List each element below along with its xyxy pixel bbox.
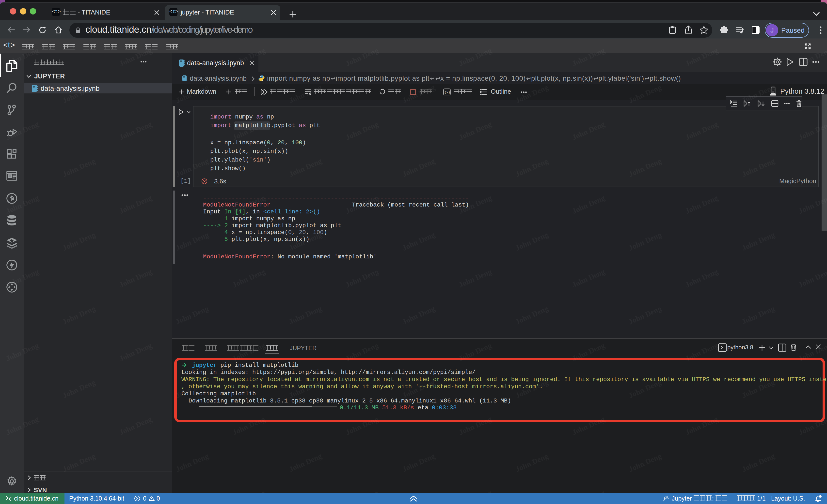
svg-text:(x): (x): [444, 91, 450, 94]
